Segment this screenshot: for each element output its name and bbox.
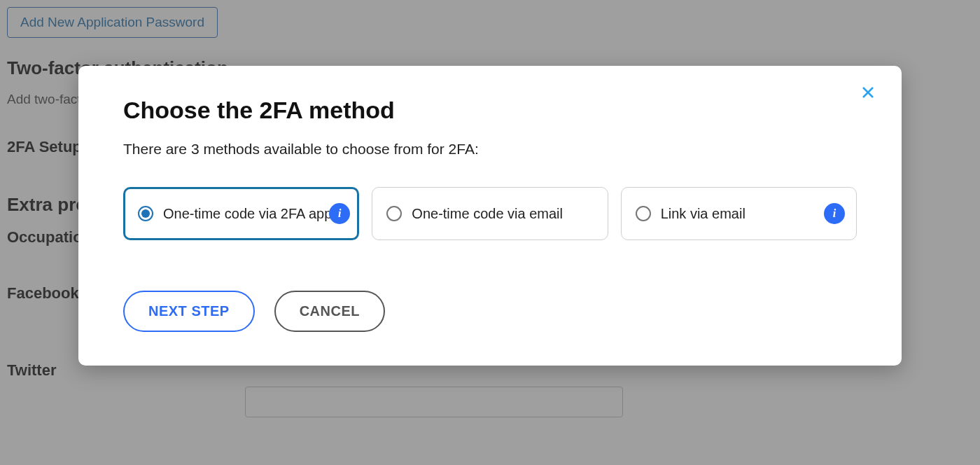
tfa-option-email-link[interactable]: Link via email i (621, 187, 857, 240)
info-icon[interactable]: i (329, 203, 350, 224)
tfa-option-email-code[interactable]: One-time code via email (372, 187, 608, 240)
cancel-button[interactable]: CANCEL (274, 291, 385, 332)
radio-icon (138, 206, 153, 221)
next-step-button[interactable]: NEXT STEP (123, 291, 255, 332)
modal-overlay: Choose the 2FA method There are 3 method… (0, 0, 980, 465)
option-label: Link via email (661, 206, 746, 222)
modal-actions: NEXT STEP CANCEL (123, 291, 857, 332)
option-label: One-time code via 2FA app (163, 206, 332, 222)
close-icon[interactable] (858, 83, 878, 102)
info-icon[interactable]: i (824, 203, 845, 224)
modal-description: There are 3 methods available to choose … (123, 141, 857, 158)
radio-icon (386, 206, 402, 221)
tfa-options: One-time code via 2FA app i One-time cod… (123, 187, 857, 240)
radio-icon (636, 206, 651, 221)
tfa-method-modal: Choose the 2FA method There are 3 method… (78, 66, 902, 366)
option-label: One-time code via email (412, 206, 563, 222)
tfa-option-app[interactable]: One-time code via 2FA app i (123, 187, 359, 240)
modal-title: Choose the 2FA method (123, 97, 857, 124)
